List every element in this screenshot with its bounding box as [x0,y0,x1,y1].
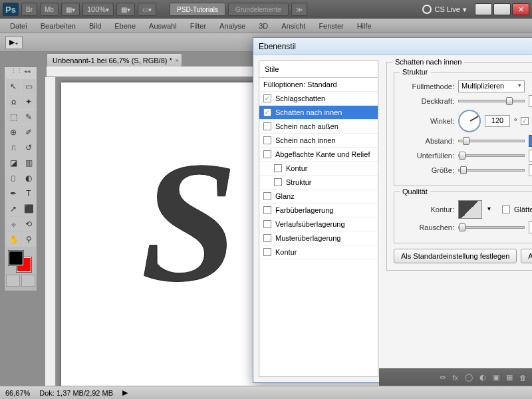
style-list-header[interactable]: Stile [259,61,378,78]
menu-datei[interactable]: Datei [4,21,33,31]
grid-button[interactable]: ▦▾ [116,3,135,16]
tool-zoom[interactable]: ⚲ [21,232,36,247]
minimize-button[interactable]: — [475,3,492,15]
style-checkbox[interactable] [263,150,271,158]
tool-hand[interactable]: ✋ [6,232,21,247]
make-default-button[interactable]: Als Standardeinstellung festlegen [394,249,517,263]
choke-value[interactable]: 0 [529,150,532,162]
fx-icon[interactable]: fx [452,374,458,382]
document-tab[interactable]: Unbenannt-1 bei 66,7% (S, RGB/8) * × [47,53,182,66]
style-checkbox[interactable] [263,136,271,144]
style-checkbox[interactable] [263,234,271,242]
folder-icon[interactable]: ▣ [493,373,499,382]
style-checkbox[interactable] [263,108,271,116]
tool-path[interactable]: ↗ [6,201,21,216]
style-row-10[interactable]: Musterüberlagerung [259,231,378,245]
style-checkbox[interactable] [263,248,271,256]
tool-brush[interactable]: ✐ [21,125,36,140]
tool-eraser[interactable]: ◪ [6,156,21,170]
maximize-button[interactable]: ☐ [493,3,511,15]
menu-hilfe[interactable]: Hilfe [351,21,378,31]
status-arrow-icon[interactable]: ▶ [122,388,128,397]
foreground-color-swatch[interactable] [9,251,23,265]
style-row-11[interactable]: Kontur [259,245,378,259]
new-layer-icon[interactable]: ▦ [506,373,513,382]
style-checkbox[interactable] [263,220,271,228]
tool-marquee[interactable]: ▭ [21,79,36,94]
noise-value[interactable]: 0 [529,221,532,233]
noise-slider[interactable] [458,226,525,229]
ruler-vertical[interactable] [45,77,56,386]
menu-3d[interactable]: 3D [253,21,274,31]
style-row-5[interactable]: Kontur [259,162,378,176]
choke-slider[interactable] [458,154,525,157]
cslive-button[interactable]: CS Live ▾ [422,5,467,14]
close-tab-icon[interactable]: × [176,57,179,64]
tool-stamp[interactable]: ⎍ [6,140,21,155]
zoom-combo[interactable]: 100% ▾ [82,3,114,16]
minibridge-button[interactable]: Mb [40,3,59,16]
bridge-button[interactable]: Br [21,3,37,16]
link-icon[interactable]: ⇔ [440,373,446,382]
quickmask-button[interactable] [6,275,20,287]
opacity-value[interactable]: 75 [529,95,532,107]
menu-ansicht[interactable]: Ansicht [275,21,311,31]
tool-blur[interactable]: ⬯ [6,171,21,186]
blendmode-combo[interactable]: Multiplizieren [458,80,525,92]
close-button[interactable]: ✕ [512,3,529,15]
status-zoom[interactable]: 66,67% [5,389,30,397]
contour-picker[interactable] [458,200,482,219]
antialias-checkbox[interactable] [502,205,510,213]
style-checkbox[interactable] [263,122,271,130]
tool-dodge[interactable]: ◐ [21,171,36,186]
workspace-more[interactable]: ≫ [291,3,307,16]
style-row-4[interactable]: Abgeflachte Kante und Relief [259,148,378,162]
menu-auswahl[interactable]: Auswahl [143,21,183,31]
style-row-7[interactable]: Glanz [259,190,378,203]
style-row-2[interactable]: Schein nach außen [259,120,378,134]
proof-button[interactable]: ▭▾ [138,3,156,16]
arrange-button[interactable]: ▦▾ [61,3,80,16]
current-tool-icon[interactable]: ▶₊ [5,36,23,49]
tool-history[interactable]: ↺ [21,140,36,155]
style-row-6[interactable]: Struktur [259,176,378,190]
tool-heal[interactable]: ⊕ [6,125,21,140]
menu-analyse[interactable]: Analyse [213,21,251,31]
tool-eyedropper[interactable]: ✎ [21,110,36,124]
distance-value[interactable]: 12 [529,135,532,147]
style-row-1[interactable]: Schatten nach innen [259,106,378,120]
menu-ebene[interactable]: Ebene [108,21,142,31]
workspace-tab-inactive[interactable]: Grundelemente [228,3,289,16]
global-light-checkbox[interactable] [521,117,529,125]
screenmode-button[interactable] [21,275,35,287]
reset-default-button[interactable]: Auf Stan [521,249,532,263]
style-checkbox[interactable] [263,192,271,200]
tool-3drotate[interactable]: ⟲ [21,217,36,231]
tool-lasso[interactable]: ᘯ [6,94,21,109]
style-checkbox[interactable] [263,94,271,102]
style-checkbox[interactable] [274,178,282,186]
mask-icon[interactable]: ◯ [465,373,473,382]
angle-dial[interactable] [458,110,481,132]
style-row-0[interactable]: Schlagschatten [259,92,378,106]
tool-pen[interactable]: ✒ [6,186,21,201]
angle-value[interactable]: 120 [485,115,510,127]
style-row-3[interactable]: Schein nach innen [259,134,378,148]
tool-type[interactable]: T [21,186,36,201]
tool-move[interactable]: ↖ [6,79,21,94]
trash-icon[interactable]: 🗑 [519,374,527,382]
distance-slider[interactable] [458,140,525,142]
color-swatches[interactable] [6,251,35,273]
style-checkbox[interactable] [263,206,271,214]
size-slider[interactable] [458,169,525,172]
style-row-8[interactable]: Farbüberlagerung [259,203,378,217]
menu-bild[interactable]: Bild [83,21,107,31]
adjustment-icon[interactable]: ◐ [479,373,486,382]
menu-bearbeiten[interactable]: Bearbeiten [35,21,82,31]
status-docsize[interactable]: Dok: 1,37 MB/2,92 MB [39,389,113,397]
dialog-titlebar[interactable]: Ebenenstil [253,38,532,55]
tool-crop[interactable]: ⬚ [6,110,21,124]
tool-shape[interactable]: ⬛ [21,201,36,216]
workspace-tab-active[interactable]: PSD-Tutorials [170,3,225,16]
menu-filter[interactable]: Filter [184,21,212,31]
